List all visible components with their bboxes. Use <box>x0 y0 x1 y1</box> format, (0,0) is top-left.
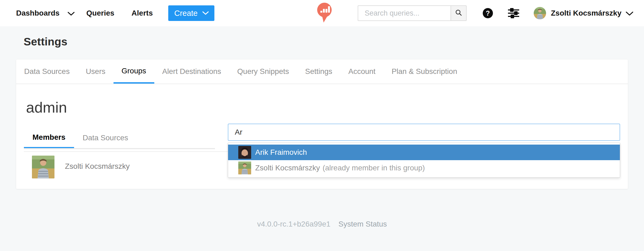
nav-item-queries-label: Queries <box>86 9 114 17</box>
tab-plan-subscription[interactable]: Plan & Subscription <box>383 59 465 84</box>
member-name: Zsolti Kocsmárszky <box>65 162 130 171</box>
navbar-right-group: Zsolti Kocsmárszky <box>358 5 633 21</box>
settings-card: Data Sources Users Groups Alert Destinat… <box>16 59 628 189</box>
tab-query-snippets[interactable]: Query Snippets <box>229 59 297 84</box>
search-icon <box>455 9 462 17</box>
create-button-label: Create <box>174 9 197 18</box>
footer: v4.0.0-rc.1+b26a99e1 System Status <box>0 220 644 228</box>
nav-item-alerts-label: Alerts <box>131 9 153 17</box>
nav-item-dashboards[interactable]: Dashboards <box>16 9 60 17</box>
tab-alert-destinations[interactable]: Alert Destinations <box>154 59 229 84</box>
suggestion-name: Arik Fraimovich <box>255 148 307 157</box>
navbar: Dashboards Queries Alerts Create <box>0 0 644 26</box>
chevron-down-icon[interactable] <box>68 12 75 16</box>
suggestion-option[interactable]: Arik Fraimovich <box>228 145 620 160</box>
group-detail: admin Members Data Sources Zsolti Kocsmá… <box>16 84 628 188</box>
suggestion-name: Zsolti Kocsmárszky <box>255 164 320 172</box>
group-subtabs: Members Data Sources <box>24 128 215 149</box>
tab-settings[interactable]: Settings <box>297 59 340 84</box>
page-title: Settings <box>24 35 67 48</box>
user-name[interactable]: Zsolti Kocsmárszky <box>551 9 621 17</box>
redash-logo-icon[interactable] <box>317 3 332 24</box>
tab-account[interactable]: Account <box>340 59 383 84</box>
search-button[interactable] <box>451 5 467 21</box>
settings-sliders-icon[interactable] <box>507 7 520 19</box>
subtab-data-sources[interactable]: Data Sources <box>74 128 137 148</box>
suggestion-option[interactable]: Zsolti Kocsmárszky (already member in th… <box>228 160 620 176</box>
search-input[interactable] <box>358 5 451 21</box>
settings-tabs: Data Sources Users Groups Alert Destinat… <box>16 59 628 84</box>
member-suggestions-dropdown: Arik Fraimovich Zsolti Kocsmárszky <box>228 143 620 178</box>
suggestion-note: (already member in this group) <box>323 164 425 172</box>
add-member-input[interactable] <box>228 124 620 141</box>
tab-data-sources[interactable]: Data Sources <box>16 59 78 84</box>
chevron-down-icon <box>202 11 209 15</box>
nav-item-alerts[interactable]: Alerts <box>131 9 153 17</box>
system-status-link[interactable]: System Status <box>338 220 387 228</box>
member-avatar <box>32 156 54 178</box>
tab-groups[interactable]: Groups <box>114 59 154 84</box>
user-avatar[interactable] <box>534 7 546 19</box>
suggestion-avatar <box>238 146 251 159</box>
group-title: admin <box>26 99 67 116</box>
nav-item-dashboards-label: Dashboards <box>16 9 60 17</box>
suggestion-avatar <box>238 162 251 174</box>
nav-item-queries[interactable]: Queries <box>86 9 114 17</box>
create-button[interactable]: Create <box>168 5 214 21</box>
chevron-down-icon[interactable] <box>626 12 633 16</box>
help-icon[interactable] <box>483 8 493 18</box>
query-search <box>358 5 467 21</box>
footer-version: v4.0.0-rc.1+b26a99e1 <box>257 220 330 228</box>
subtab-members[interactable]: Members <box>24 128 74 148</box>
tab-users[interactable]: Users <box>78 59 114 84</box>
